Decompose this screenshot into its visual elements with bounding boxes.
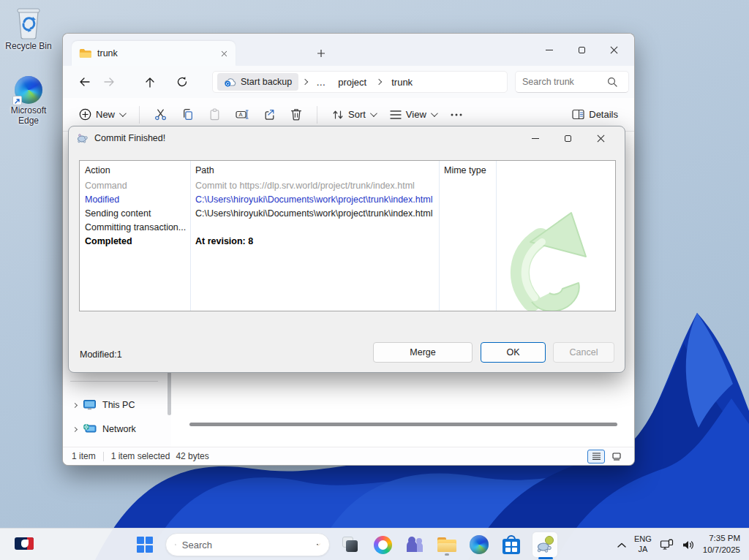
- row-action: Committing transaction...: [85, 222, 189, 232]
- speaker-icon: [682, 540, 695, 550]
- cut-button[interactable]: [148, 102, 173, 127]
- clock[interactable]: 7:35 PM 10/7/2025: [703, 533, 740, 556]
- table-row[interactable]: Modified C:\Users\hiroyuki\Documents\wor…: [80, 194, 615, 208]
- view-icon: [390, 110, 402, 120]
- dialog-close-button[interactable]: [584, 127, 617, 149]
- ok-button[interactable]: OK: [481, 342, 546, 363]
- back-button[interactable]: [72, 71, 97, 93]
- breadcrumb: Start backup … project trunk: [212, 71, 508, 93]
- desktop-icon-label: Microsoft Edge: [0, 106, 57, 126]
- commit-finished-dialog: Commit Finished! Action Path Mime type C…: [68, 126, 625, 373]
- shortcut-arrow-icon: [12, 96, 22, 105]
- new-tab-button[interactable]: [315, 47, 328, 60]
- sidebar-item-network[interactable]: Network: [67, 419, 167, 439]
- chevron-down-icon: [431, 110, 438, 117]
- copilot-button[interactable]: [371, 533, 394, 556]
- divider: [139, 106, 140, 124]
- edge-icon: [15, 76, 42, 104]
- network-tray-button[interactable]: [660, 539, 674, 550]
- teams-button[interactable]: [403, 533, 426, 556]
- maximize-button[interactable]: [565, 38, 598, 61]
- language-line1: ENG: [634, 534, 652, 545]
- forward-button[interactable]: [97, 71, 121, 93]
- new-label: New: [96, 109, 115, 120]
- row-path: C:\Users\hiroyuki\Documents\work\project…: [195, 208, 510, 219]
- commit-progress-list[interactable]: Action Path Mime type Command Commit to …: [79, 160, 616, 311]
- breadcrumb-project[interactable]: project: [332, 77, 372, 88]
- taskbar-search-input[interactable]: [182, 540, 311, 550]
- chevron-down-icon: [119, 110, 127, 117]
- close-button[interactable]: [598, 38, 630, 61]
- widgets-button[interactable]: [15, 537, 34, 550]
- merge-button[interactable]: Merge: [373, 342, 473, 363]
- desktop-icon-microsoft-edge[interactable]: Microsoft Edge: [0, 76, 57, 126]
- file-explorer-button[interactable]: [435, 533, 459, 556]
- paste-button[interactable]: [203, 102, 227, 127]
- row-action: Command: [85, 181, 189, 191]
- row-path: At revision: 8: [195, 236, 510, 246]
- desktop-icon-label: Recycle Bin: [5, 42, 51, 52]
- taskbar: ENG JA 7:35 PM 10/7/2025: [0, 528, 749, 560]
- chevron-up-icon: [617, 542, 626, 548]
- selection-size: 42 bytes: [176, 451, 208, 461]
- system-tray: ENG JA 7:35 PM 10/7/2025: [617, 529, 745, 560]
- sort-button[interactable]: Sort: [326, 102, 381, 127]
- start-backup-button[interactable]: Start backup: [217, 73, 298, 91]
- taskbar-search-box[interactable]: [165, 533, 330, 556]
- details-button[interactable]: Details: [566, 102, 624, 127]
- column-header-mime[interactable]: Mime type: [444, 161, 486, 179]
- window-controls: [533, 38, 630, 61]
- tortoisesvn-taskbar-button[interactable]: [532, 531, 558, 558]
- horizontal-scrollbar[interactable]: [189, 423, 617, 426]
- thumbnail-view-toggle[interactable]: [608, 450, 625, 463]
- breadcrumb-ellipsis[interactable]: …: [312, 77, 331, 88]
- cancel-button[interactable]: Cancel: [553, 342, 614, 363]
- sidebar-item-this-pc[interactable]: This PC: [67, 395, 167, 415]
- minimize-button[interactable]: [533, 38, 565, 61]
- microsoft-store-button[interactable]: [500, 533, 523, 556]
- hockey-graphic-icon: [317, 537, 320, 552]
- tray-time: 7:35 PM: [703, 533, 740, 545]
- start-button[interactable]: [133, 533, 157, 556]
- refresh-button[interactable]: [170, 71, 195, 93]
- breadcrumb-trunk[interactable]: trunk: [385, 77, 418, 88]
- svg-text:A: A: [238, 111, 242, 118]
- row-action: Sending content: [85, 208, 189, 219]
- language-line2: JA: [634, 545, 652, 555]
- volume-tray-button[interactable]: [682, 540, 695, 550]
- view-button[interactable]: View: [384, 102, 442, 127]
- language-indicator[interactable]: ENG JA: [634, 534, 652, 555]
- row-path: C:\Users\hiroyuki\Documents\work\project…: [195, 194, 510, 205]
- dialog-maximize-button[interactable]: [552, 127, 584, 149]
- edge-button[interactable]: [467, 533, 491, 556]
- expand-chevron-icon[interactable]: [72, 402, 78, 407]
- up-button[interactable]: [138, 71, 162, 93]
- desktop-icon-recycle-bin[interactable]: Recycle Bin: [0, 6, 57, 52]
- task-view-button[interactable]: [339, 533, 362, 556]
- more-options-button[interactable]: [445, 102, 468, 127]
- rename-button[interactable]: A: [230, 102, 255, 127]
- expand-chevron-icon[interactable]: [72, 426, 78, 431]
- dialog-title-bar[interactable]: Commit Finished!: [69, 126, 625, 150]
- column-header-action[interactable]: Action: [85, 161, 110, 179]
- maximize-icon: [565, 135, 571, 142]
- dialog-minimize-button[interactable]: [519, 127, 552, 149]
- divider: [317, 106, 317, 124]
- tray-chevron-up-button[interactable]: [617, 542, 626, 548]
- commit-summary: Modified:1: [80, 349, 122, 360]
- details-view-toggle[interactable]: [587, 450, 605, 463]
- table-row[interactable]: Command Commit to https://dlp.srv.world/…: [80, 181, 615, 194]
- windows-logo-icon: [137, 537, 153, 553]
- copy-button[interactable]: [176, 102, 200, 127]
- explorer-search-box: [515, 71, 629, 93]
- share-button[interactable]: [257, 102, 282, 127]
- taskbar-center-icons: [133, 529, 558, 560]
- tab-close-icon[interactable]: [221, 50, 227, 56]
- explorer-tab-trunk[interactable]: trunk: [72, 41, 236, 66]
- minimize-icon: [532, 138, 539, 139]
- explorer-search-input[interactable]: [522, 77, 603, 87]
- column-header-path[interactable]: Path: [195, 161, 214, 179]
- view-label: View: [406, 109, 426, 120]
- delete-button[interactable]: [285, 102, 308, 127]
- new-button[interactable]: New: [73, 102, 130, 127]
